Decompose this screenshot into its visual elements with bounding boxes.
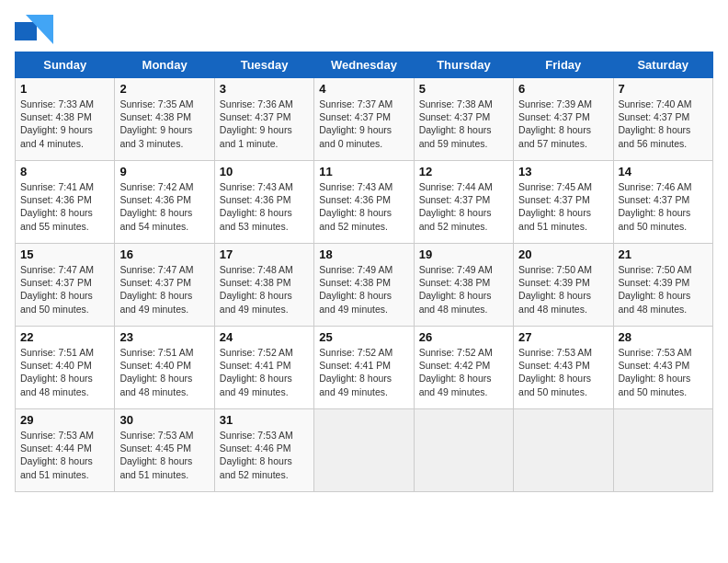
day-number: 31 <box>220 413 309 427</box>
day-info: Sunrise: 7:53 AMSunset: 4:43 PMDaylight:… <box>619 346 708 398</box>
day-number: 19 <box>419 247 508 261</box>
calendar-cell: 10Sunrise: 7:43 AMSunset: 4:36 PMDayligh… <box>214 161 313 244</box>
calendar-cell: 14Sunrise: 7:46 AMSunset: 4:37 PMDayligh… <box>613 161 712 244</box>
day-info: Sunrise: 7:51 AMSunset: 4:40 PMDaylight:… <box>20 346 109 398</box>
calendar-header-saturday: Saturday <box>613 52 712 78</box>
calendar-cell: 2Sunrise: 7:35 AMSunset: 4:38 PMDaylight… <box>115 78 214 161</box>
calendar-cell: 31Sunrise: 7:53 AMSunset: 4:46 PMDayligh… <box>214 409 313 492</box>
day-info: Sunrise: 7:53 AMSunset: 4:43 PMDaylight:… <box>518 346 608 398</box>
day-info: Sunrise: 7:44 AMSunset: 4:37 PMDaylight:… <box>419 180 508 233</box>
day-number: 20 <box>518 247 608 261</box>
day-number: 25 <box>319 330 408 344</box>
calendar-header-friday: Friday <box>514 52 613 78</box>
calendar-cell: 21Sunrise: 7:50 AMSunset: 4:39 PMDayligh… <box>613 244 712 327</box>
calendar-week-3: 15Sunrise: 7:47 AMSunset: 4:37 PMDayligh… <box>16 244 713 327</box>
calendar-cell: 12Sunrise: 7:44 AMSunset: 4:37 PMDayligh… <box>414 161 513 244</box>
day-info: Sunrise: 7:50 AMSunset: 4:39 PMDaylight:… <box>619 263 708 316</box>
calendar-cell <box>414 409 513 492</box>
calendar-cell: 8Sunrise: 7:41 AMSunset: 4:36 PMDaylight… <box>16 161 115 244</box>
calendar-header-sunday: Sunday <box>16 52 115 78</box>
calendar-cell: 5Sunrise: 7:38 AMSunset: 4:37 PMDaylight… <box>414 78 513 161</box>
day-number: 4 <box>319 82 408 96</box>
day-info: Sunrise: 7:36 AMSunset: 4:37 PMDaylight:… <box>220 98 309 150</box>
day-info: Sunrise: 7:49 AMSunset: 4:38 PMDaylight:… <box>319 263 408 316</box>
day-number: 11 <box>319 165 408 178</box>
calendar-cell: 26Sunrise: 7:52 AMSunset: 4:42 PMDayligh… <box>414 327 513 409</box>
calendar-cell: 15Sunrise: 7:47 AMSunset: 4:37 PMDayligh… <box>16 244 115 327</box>
calendar-week-2: 8Sunrise: 7:41 AMSunset: 4:36 PMDaylight… <box>16 161 713 244</box>
calendar-cell: 4Sunrise: 7:37 AMSunset: 4:37 PMDaylight… <box>314 78 414 161</box>
calendar-header-monday: Monday <box>115 52 214 78</box>
day-number: 9 <box>119 165 209 178</box>
day-info: Sunrise: 7:48 AMSunset: 4:38 PMDaylight:… <box>220 263 309 316</box>
header <box>15 15 713 44</box>
calendar-cell: 18Sunrise: 7:49 AMSunset: 4:38 PMDayligh… <box>314 244 414 327</box>
day-info: Sunrise: 7:50 AMSunset: 4:39 PMDaylight:… <box>518 263 608 316</box>
day-info: Sunrise: 7:47 AMSunset: 4:37 PMDaylight:… <box>20 263 109 316</box>
calendar-cell: 19Sunrise: 7:49 AMSunset: 4:38 PMDayligh… <box>414 244 513 327</box>
day-info: Sunrise: 7:43 AMSunset: 4:36 PMDaylight:… <box>220 180 309 233</box>
svg-rect-0 <box>15 22 37 40</box>
day-number: 13 <box>518 165 608 178</box>
day-number: 8 <box>20 165 109 178</box>
day-number: 15 <box>20 247 109 261</box>
day-number: 16 <box>119 247 209 261</box>
calendar-cell: 24Sunrise: 7:52 AMSunset: 4:41 PMDayligh… <box>214 327 313 409</box>
day-info: Sunrise: 7:43 AMSunset: 4:36 PMDaylight:… <box>319 180 408 233</box>
calendar-cell: 1Sunrise: 7:33 AMSunset: 4:38 PMDaylight… <box>16 78 115 161</box>
calendar-header-row: SundayMondayTuesdayWednesdayThursdayFrid… <box>16 52 713 78</box>
day-number: 1 <box>20 82 109 96</box>
calendar-cell: 25Sunrise: 7:52 AMSunset: 4:41 PMDayligh… <box>314 327 414 409</box>
calendar-cell: 20Sunrise: 7:50 AMSunset: 4:39 PMDayligh… <box>514 244 613 327</box>
calendar-cell: 30Sunrise: 7:53 AMSunset: 4:45 PMDayligh… <box>115 409 214 492</box>
day-number: 10 <box>220 165 309 178</box>
calendar-cell <box>514 409 613 492</box>
day-number: 18 <box>319 247 408 261</box>
day-info: Sunrise: 7:52 AMSunset: 4:42 PMDaylight:… <box>419 346 508 398</box>
calendar-cell: 7Sunrise: 7:40 AMSunset: 4:37 PMDaylight… <box>613 78 712 161</box>
day-number: 17 <box>220 247 309 261</box>
day-number: 29 <box>20 413 109 427</box>
logo <box>15 15 59 44</box>
calendar-header-wednesday: Wednesday <box>314 52 414 78</box>
calendar: SundayMondayTuesdayWednesdayThursdayFrid… <box>15 52 713 492</box>
calendar-week-4: 22Sunrise: 7:51 AMSunset: 4:40 PMDayligh… <box>16 327 713 409</box>
day-number: 22 <box>20 330 109 344</box>
day-info: Sunrise: 7:42 AMSunset: 4:36 PMDaylight:… <box>119 180 209 233</box>
calendar-cell <box>314 409 414 492</box>
calendar-cell: 16Sunrise: 7:47 AMSunset: 4:37 PMDayligh… <box>115 244 214 327</box>
day-info: Sunrise: 7:46 AMSunset: 4:37 PMDaylight:… <box>619 180 708 233</box>
day-info: Sunrise: 7:52 AMSunset: 4:41 PMDaylight:… <box>319 346 408 398</box>
day-number: 3 <box>220 82 309 96</box>
calendar-cell: 17Sunrise: 7:48 AMSunset: 4:38 PMDayligh… <box>214 244 313 327</box>
day-info: Sunrise: 7:53 AMSunset: 4:45 PMDaylight:… <box>119 429 209 481</box>
calendar-week-1: 1Sunrise: 7:33 AMSunset: 4:38 PMDaylight… <box>16 78 713 161</box>
calendar-header-tuesday: Tuesday <box>214 52 313 78</box>
calendar-cell <box>613 409 712 492</box>
day-info: Sunrise: 7:40 AMSunset: 4:37 PMDaylight:… <box>619 98 708 150</box>
day-number: 7 <box>619 82 708 96</box>
day-number: 2 <box>119 82 209 96</box>
day-info: Sunrise: 7:49 AMSunset: 4:38 PMDaylight:… <box>419 263 508 316</box>
calendar-week-5: 29Sunrise: 7:53 AMSunset: 4:44 PMDayligh… <box>16 409 713 492</box>
calendar-cell: 6Sunrise: 7:39 AMSunset: 4:37 PMDaylight… <box>514 78 613 161</box>
day-info: Sunrise: 7:39 AMSunset: 4:37 PMDaylight:… <box>518 98 608 150</box>
calendar-cell: 3Sunrise: 7:36 AMSunset: 4:37 PMDaylight… <box>214 78 313 161</box>
day-info: Sunrise: 7:37 AMSunset: 4:37 PMDaylight:… <box>319 98 408 150</box>
calendar-header-thursday: Thursday <box>414 52 513 78</box>
day-number: 27 <box>518 330 608 344</box>
calendar-cell: 11Sunrise: 7:43 AMSunset: 4:36 PMDayligh… <box>314 161 414 244</box>
calendar-body: 1Sunrise: 7:33 AMSunset: 4:38 PMDaylight… <box>16 78 713 492</box>
day-number: 12 <box>419 165 508 178</box>
calendar-cell: 29Sunrise: 7:53 AMSunset: 4:44 PMDayligh… <box>16 409 115 492</box>
day-number: 24 <box>220 330 309 344</box>
day-number: 6 <box>518 82 608 96</box>
calendar-cell: 28Sunrise: 7:53 AMSunset: 4:43 PMDayligh… <box>613 327 712 409</box>
day-number: 28 <box>619 330 708 344</box>
day-number: 23 <box>119 330 209 344</box>
calendar-cell: 9Sunrise: 7:42 AMSunset: 4:36 PMDaylight… <box>115 161 214 244</box>
day-number: 21 <box>619 247 708 261</box>
day-info: Sunrise: 7:45 AMSunset: 4:37 PMDaylight:… <box>518 180 608 233</box>
calendar-cell: 13Sunrise: 7:45 AMSunset: 4:37 PMDayligh… <box>514 161 613 244</box>
day-info: Sunrise: 7:35 AMSunset: 4:38 PMDaylight:… <box>119 98 209 150</box>
